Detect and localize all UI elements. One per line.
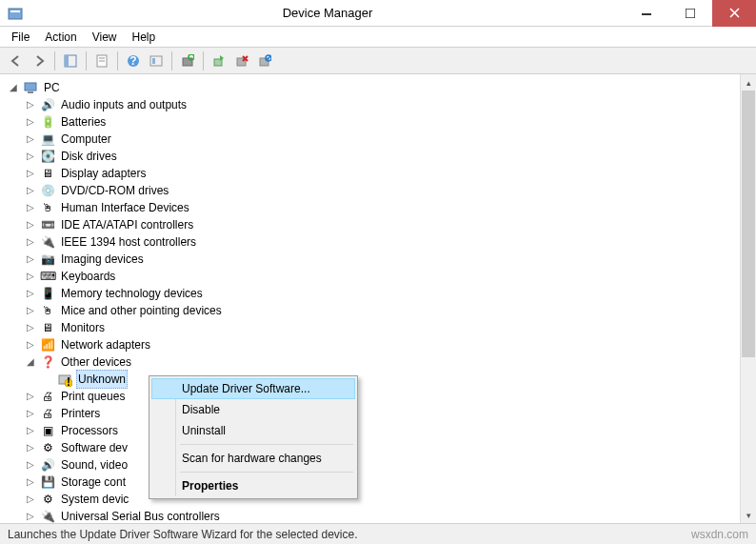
- update-driver-button[interactable]: [209, 50, 229, 71]
- tree-category[interactable]: ▷⌨Keyboards: [25, 268, 756, 285]
- category-icon: 💽: [40, 149, 55, 164]
- device-tree[interactable]: ◢ PC ▷🔊Audio inputs and outputs▷🔋Batteri…: [0, 75, 756, 523]
- expand-icon[interactable]: ▷: [25, 459, 36, 471]
- close-button[interactable]: [712, 0, 756, 27]
- vertical-scrollbar[interactable]: ▴ ▾: [740, 74, 756, 523]
- tree-category[interactable]: ▷🖱Mice and other pointing devices: [25, 302, 756, 319]
- tree-category[interactable]: ▷🖨Printers: [25, 405, 756, 422]
- expand-icon[interactable]: ▷: [25, 425, 36, 436]
- expand-icon[interactable]: ▷: [25, 236, 36, 248]
- tree-category[interactable]: ▷💻Computer: [25, 131, 756, 148]
- expand-icon[interactable]: ▷: [25, 185, 36, 196]
- category-label: Universal Serial Bus controllers: [59, 508, 222, 523]
- tree-category[interactable]: ▷🔊Audio inputs and outputs: [25, 96, 756, 113]
- menu-scan-hardware[interactable]: Scan for hardware changes: [151, 448, 355, 469]
- tree-category[interactable]: ▷💽Disk drives: [25, 148, 756, 165]
- scroll-up-button[interactable]: ▴: [741, 74, 756, 91]
- category-icon: 📱: [40, 286, 55, 301]
- help-button[interactable]: ?: [123, 50, 144, 71]
- menu-update-driver[interactable]: Update Driver Software...: [151, 378, 355, 399]
- tree-category[interactable]: ▷🔋Batteries: [25, 113, 756, 131]
- spacer: [42, 373, 53, 385]
- window-title: Device Manager: [30, 6, 625, 20]
- menu-properties[interactable]: Properties: [151, 475, 355, 496]
- back-button[interactable]: [6, 50, 27, 71]
- minimize-button[interactable]: [625, 0, 668, 27]
- tree-category[interactable]: ▷▣Processors: [25, 422, 756, 439]
- menu-disable[interactable]: Disable: [151, 399, 355, 420]
- expand-icon[interactable]: ▷: [25, 253, 36, 265]
- tree-category[interactable]: ▷🔌Universal Serial Bus controllers: [25, 508, 756, 523]
- tree-category[interactable]: ◢❓Other devices: [25, 353, 756, 371]
- expand-icon[interactable]: ▷: [25, 133, 36, 145]
- disable-button[interactable]: [254, 50, 275, 71]
- scrollbar-thumb[interactable]: [742, 91, 755, 357]
- tree-category[interactable]: ▷🖱Human Interface Devices: [25, 199, 756, 216]
- menu-view[interactable]: View: [85, 29, 125, 46]
- expand-icon[interactable]: ▷: [25, 288, 36, 299]
- category-icon: 🖨: [40, 389, 55, 404]
- tree-category[interactable]: ▷📱Memory technology devices: [25, 285, 756, 302]
- category-label: Computer: [59, 131, 113, 148]
- tree-category[interactable]: ▷💾Storage cont: [25, 473, 756, 491]
- category-label: Imaging devices: [59, 251, 146, 268]
- category-icon: 🔊: [40, 457, 55, 473]
- expand-icon[interactable]: ▷: [25, 151, 36, 162]
- tree-category[interactable]: ▷⚙Software dev: [25, 439, 756, 456]
- expand-icon[interactable]: ▷: [25, 202, 36, 213]
- expand-icon[interactable]: ▷: [25, 219, 36, 231]
- collapse-icon[interactable]: ◢: [25, 356, 36, 368]
- category-label: Human Interface Devices: [59, 199, 191, 216]
- category-icon: 🖱: [40, 200, 55, 215]
- menu-file[interactable]: File: [4, 29, 37, 46]
- tree-category[interactable]: ▷🖥Monitors: [25, 319, 756, 336]
- expand-icon[interactable]: ▷: [25, 322, 36, 333]
- expand-icon[interactable]: ▷: [25, 339, 36, 351]
- tree-root[interactable]: ◢ PC: [8, 79, 756, 96]
- menu-help[interactable]: Help: [125, 29, 164, 46]
- status-bar: Launches the Update Driver Software Wiza…: [0, 523, 756, 544]
- menu-item-label: Properties: [182, 479, 238, 493]
- category-icon: 💿: [40, 183, 55, 198]
- expand-icon[interactable]: ▷: [25, 116, 36, 128]
- menu-uninstall[interactable]: Uninstall: [151, 420, 355, 441]
- tree-category[interactable]: ▷🔊Sound, video: [25, 456, 756, 473]
- expand-icon[interactable]: ▷: [25, 511, 36, 522]
- watermark: wsxdn.com: [691, 528, 748, 541]
- category-label: Display adapters: [59, 165, 148, 182]
- maximize-button[interactable]: [668, 0, 712, 27]
- collapse-icon[interactable]: ◢: [8, 82, 19, 93]
- category-icon: 🖱: [40, 303, 55, 318]
- expand-icon[interactable]: ▷: [25, 476, 36, 488]
- properties-button[interactable]: [91, 50, 112, 71]
- category-icon: 🔊: [40, 97, 55, 112]
- tree-category[interactable]: ▷📼IDE ATA/ATAPI controllers: [25, 216, 756, 233]
- tree-category[interactable]: ▷🔌IEEE 1394 host controllers: [25, 233, 756, 251]
- svg-rect-0: [9, 9, 22, 19]
- tree-category[interactable]: ▷🖥Display adapters: [25, 165, 756, 182]
- expand-icon[interactable]: ▷: [25, 408, 36, 419]
- expand-icon[interactable]: ▷: [25, 99, 36, 111]
- action-button[interactable]: [146, 50, 167, 71]
- expand-icon[interactable]: ▷: [25, 271, 36, 282]
- tree-category[interactable]: ▷📷Imaging devices: [25, 251, 756, 268]
- toolbar-separator: [171, 51, 172, 71]
- tree-category[interactable]: ▷🖨Print queues: [25, 388, 756, 405]
- scan-hardware-button[interactable]: [177, 50, 198, 71]
- show-hide-tree-button[interactable]: [60, 50, 81, 71]
- expand-icon[interactable]: ▷: [25, 494, 36, 505]
- tree-category[interactable]: ▷📶Network adapters: [25, 336, 756, 353]
- expand-icon[interactable]: ▷: [25, 168, 36, 179]
- expand-icon[interactable]: ▷: [25, 305, 36, 316]
- tree-category[interactable]: ▷💿DVD/CD-ROM drives: [25, 182, 756, 199]
- category-icon: 🖨: [40, 406, 55, 421]
- toolbar-separator: [203, 51, 204, 71]
- category-label: Printers: [59, 405, 102, 422]
- expand-icon[interactable]: ▷: [25, 391, 36, 402]
- expand-icon[interactable]: ▷: [25, 442, 36, 453]
- tree-category[interactable]: ▷⚙System devic: [25, 491, 756, 508]
- forward-button[interactable]: [29, 50, 50, 71]
- menu-action[interactable]: Action: [37, 29, 84, 46]
- scroll-down-button[interactable]: ▾: [741, 507, 756, 523]
- uninstall-button[interactable]: [231, 50, 252, 71]
